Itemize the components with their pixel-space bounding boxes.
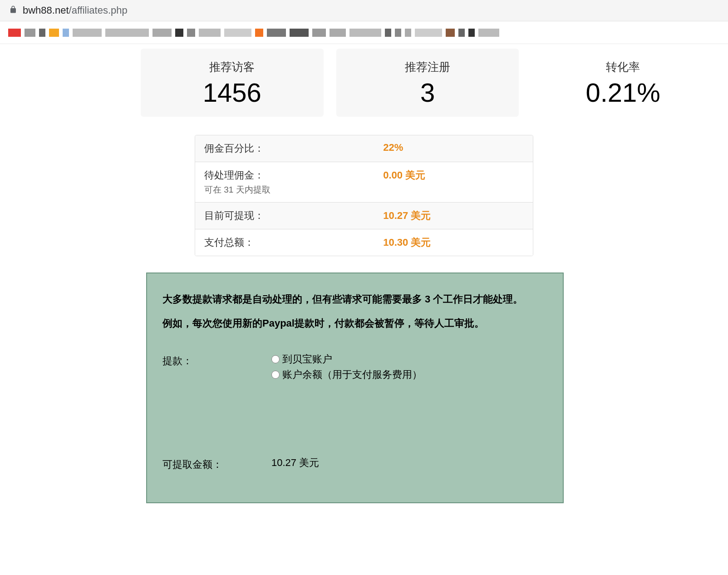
stat-card-conversion: 转化率 0.21% [531,49,714,117]
bookmark-item[interactable] [385,29,391,37]
bookmark-item[interactable] [446,29,455,37]
stat-value: 0.21% [541,77,705,108]
bookmark-item[interactable] [175,29,183,37]
page-content: 推荐访客 1456 推荐注册 3 转化率 0.21% 佣金百分比：22%待处理佣… [0,44,728,517]
stat-card-signups: 推荐注册 3 [336,49,519,117]
commission-row: 佣金百分比：22% [195,135,533,162]
radio-paypal[interactable] [271,355,280,363]
bookmark-item[interactable] [199,29,221,37]
commission-label: 支付总额： [204,236,383,249]
bookmark-item[interactable] [349,29,381,37]
bookmark-item[interactable] [312,29,326,37]
withdrawal-amount-row: 可提取金额： 10.27 美元 [162,456,547,471]
bookmarks-bar [0,21,728,44]
bookmark-item[interactable] [415,29,442,37]
commission-label: 佣金百分比： [204,142,383,155]
commission-label: 待处理佣金：可在 31 天内提取 [204,169,383,196]
radio-option-paypal[interactable]: 到贝宝账户 [271,352,547,366]
url-path: /affiliates.php [69,5,128,16]
commission-row: 支付总额：10.30 美元 [195,229,533,256]
bookmark-item[interactable] [458,29,465,37]
stat-value: 1456 [150,77,315,108]
url-text[interactable]: bwh88.net/affiliates.php [23,5,128,16]
radio-paypal-label: 到贝宝账户 [282,352,332,366]
bookmark-item[interactable] [73,29,102,37]
lock-icon [9,5,23,16]
bookmark-item[interactable] [224,29,251,37]
withdrawal-notice-1: 大多数提款请求都是自动处理的，但有些请求可能需要最多 3 个工作日才能处理。 [162,292,547,307]
commission-sublabel: 可在 31 天内提取 [204,184,383,196]
amount-value: 10.27 美元 [271,456,547,470]
withdrawal-panel: 大多数提款请求都是自动处理的，但有些请求可能需要最多 3 个工作日才能处理。 例… [146,273,564,503]
bookmark-item[interactable] [290,29,309,37]
radio-balance-label: 账户余额（用于支付服务费用） [282,368,422,382]
bookmark-item[interactable] [468,29,475,37]
commission-table: 佣金百分比：22%待处理佣金：可在 31 天内提取0.00 美元目前可提现：10… [195,135,533,256]
commission-value: 10.30 美元 [383,236,524,249]
bookmark-item[interactable] [478,29,499,37]
bookmark-item[interactable] [405,29,411,37]
commission-value: 0.00 美元 [383,169,524,196]
commission-row: 目前可提现：10.27 美元 [195,203,533,229]
stat-label: 推荐访客 [150,59,315,74]
amount-label: 可提取金额： [162,456,271,471]
withdrawal-method-row: 提款： 到贝宝账户 账户余额（用于支付服务费用） [162,352,547,383]
commission-label: 目前可提现： [204,209,383,223]
withdraw-label: 提款： [162,352,271,368]
bookmark-item[interactable] [187,29,195,37]
stat-label: 推荐注册 [345,59,510,74]
stat-label: 转化率 [541,59,705,74]
bookmark-item[interactable] [330,29,346,37]
stat-card-visitors: 推荐访客 1456 [141,49,324,117]
stat-value: 3 [345,77,510,108]
withdraw-options: 到贝宝账户 账户余额（用于支付服务费用） [271,352,547,383]
radio-balance[interactable] [271,371,280,379]
bookmark-item[interactable] [395,29,401,37]
bookmark-item[interactable] [152,29,172,37]
url-domain: bwh88.net [23,5,69,16]
bookmark-item[interactable] [25,29,35,37]
bookmark-item[interactable] [39,29,45,37]
commission-value: 10.27 美元 [383,209,524,223]
bookmark-item[interactable] [8,29,21,37]
browser-address-bar: bwh88.net/affiliates.php [0,0,728,21]
bookmark-item[interactable] [49,29,59,37]
bookmark-item[interactable] [255,29,263,37]
commission-value: 22% [383,142,524,155]
radio-option-balance[interactable]: 账户余额（用于支付服务费用） [271,368,547,382]
commission-row: 待处理佣金：可在 31 天内提取0.00 美元 [195,162,533,203]
bookmark-item[interactable] [267,29,286,37]
withdrawal-notice-2: 例如，每次您使用新的Paypal提款时，付款都会被暂停，等待人工审批。 [162,316,547,331]
bookmark-item[interactable] [105,29,149,37]
bookmark-item[interactable] [63,29,69,37]
stats-row: 推荐访客 1456 推荐注册 3 转化率 0.21% [141,49,714,117]
